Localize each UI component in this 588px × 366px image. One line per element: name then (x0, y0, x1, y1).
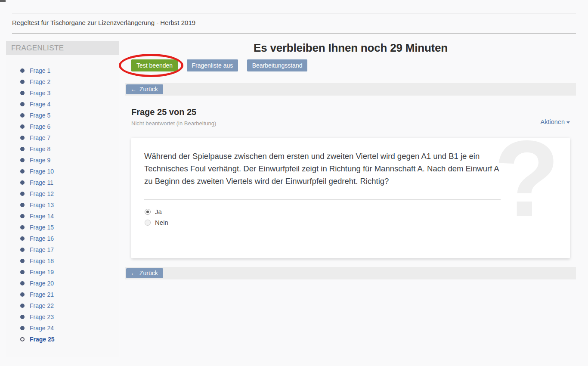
question-link[interactable]: Frage 19 (30, 269, 54, 276)
test-toolbar: Test beenden Fragenliste aus Bearbeitung… (131, 59, 314, 71)
open-bullet-icon (20, 337, 25, 341)
header-divider-bottom (12, 33, 576, 34)
finish-test-button[interactable]: Test beenden (131, 59, 178, 71)
filled-bullet-icon (20, 203, 25, 207)
filled-bullet-icon (20, 147, 25, 151)
sidebar-item-frage-8: Frage 8 (20, 143, 119, 155)
question-list: Frage 1Frage 2Frage 3Frage 4Frage 5Frage… (6, 55, 119, 345)
sidebar-item-frage-19: Frage 19 (20, 267, 119, 278)
answer-options: JaNein (145, 206, 168, 228)
sidebar-item-frage-14: Frage 14 (20, 211, 119, 222)
question-link[interactable]: Frage 22 (30, 302, 54, 309)
answer-option-nein[interactable]: Nein (145, 217, 168, 228)
progress-status-button[interactable]: Bearbeitungsstand (247, 59, 308, 71)
question-card: ? Während der Spielpause zwischen dem er… (131, 138, 570, 258)
filled-bullet-icon (20, 270, 25, 274)
caret-down-icon (566, 121, 570, 124)
sidebar-item-frage-17: Frage 17 (20, 244, 119, 255)
question-link[interactable]: Frage 9 (30, 157, 50, 164)
filled-bullet-icon (20, 136, 25, 140)
time-remaining-heading: Es verbleiben Ihnen noch 29 Minuten (125, 41, 576, 55)
filled-bullet-icon (20, 248, 25, 252)
question-link[interactable]: Frage 15 (30, 224, 54, 231)
sidebar-item-frage-16: Frage 16 (20, 233, 119, 244)
sidebar-item-frage-21: Frage 21 (20, 289, 119, 300)
filled-bullet-icon (20, 214, 25, 218)
question-link[interactable]: Frage 23 (30, 313, 54, 320)
filled-bullet-icon (20, 259, 25, 263)
filled-bullet-icon (20, 169, 25, 174)
question-link[interactable]: Frage 13 (30, 202, 54, 208)
filled-bullet-icon (20, 68, 25, 73)
filled-bullet-icon (20, 281, 25, 285)
question-link[interactable]: Frage 14 (30, 213, 54, 220)
sidebar-item-frage-11: Frage 11 (20, 177, 119, 188)
question-number-heading: Frage 25 von 25 (131, 107, 570, 117)
header-divider-top (12, 13, 576, 13)
question-link[interactable]: Frage 4 (30, 101, 50, 108)
question-link[interactable]: Frage 10 (30, 168, 54, 175)
question-link[interactable]: Frage 25 (30, 336, 55, 343)
back-button-label: Zurück (139, 270, 158, 276)
top-left-mark (0, 0, 6, 2)
filled-bullet-icon (20, 292, 25, 297)
radio-unselected-icon[interactable] (145, 220, 151, 226)
filled-bullet-icon (20, 91, 25, 95)
option-label: Ja (155, 208, 162, 215)
sidebar-item-frage-18: Frage 18 (20, 255, 119, 267)
sidebar-item-frage-4: Frage 4 (20, 99, 119, 110)
back-button-bottom[interactable]: ←Zurück (126, 268, 163, 278)
question-link[interactable]: Frage 24 (30, 325, 54, 332)
sidebar-item-frage-25: Frage 25 (20, 334, 119, 345)
filled-bullet-icon (20, 304, 25, 308)
question-link[interactable]: Frage 3 (30, 90, 50, 96)
left-arrow-icon: ← (130, 86, 136, 93)
question-link[interactable]: Frage 21 (30, 291, 54, 298)
sidebar-item-frage-6: Frage 6 (20, 121, 119, 132)
sidebar-item-frage-22: Frage 22 (20, 300, 119, 311)
filled-bullet-icon (20, 225, 25, 230)
question-link[interactable]: Frage 18 (30, 257, 54, 264)
toggle-question-list-button[interactable]: Fragenliste aus (187, 59, 238, 71)
filled-bullet-icon (20, 192, 25, 196)
sidebar-header: FRAGENLISTE (6, 41, 119, 55)
filled-bullet-icon (20, 326, 25, 330)
sidebar-item-frage-7: Frage 7 (20, 132, 119, 143)
question-list-sidebar: FRAGENLISTE Frage 1Frage 2Frage 3Frage 4… (6, 41, 119, 357)
filled-bullet-icon (20, 315, 25, 319)
question-link[interactable]: Frage 5 (30, 112, 50, 119)
sidebar-item-frage-3: Frage 3 (20, 87, 119, 99)
question-link[interactable]: Frage 17 (30, 246, 54, 253)
filled-bullet-icon (20, 102, 25, 106)
sidebar-item-frage-24: Frage 24 (20, 323, 119, 334)
question-link[interactable]: Frage 16 (30, 235, 54, 242)
main-content: Es verbleiben Ihnen noch 29 Minuten Test… (125, 37, 576, 366)
filled-bullet-icon (20, 124, 25, 129)
exam-page: Regeltest für Tischorgane zur Lizenzverl… (0, 0, 588, 366)
question-link[interactable]: Frage 8 (30, 146, 50, 152)
radio-selected-icon[interactable] (145, 209, 151, 215)
sidebar-item-frage-2: Frage 2 (20, 76, 119, 87)
filled-bullet-icon (20, 158, 25, 162)
question-link[interactable]: Frage 7 (30, 134, 50, 141)
sidebar-item-frage-13: Frage 13 (20, 199, 119, 211)
question-link[interactable]: Frage 11 (30, 179, 53, 186)
page-title: Regeltest für Tischorgane zur Lizenzverl… (12, 19, 195, 26)
answer-option-ja[interactable]: Ja (145, 206, 168, 217)
sidebar-item-frage-1: Frage 1 (20, 65, 119, 76)
question-link[interactable]: Frage 6 (30, 123, 50, 130)
sidebar-item-frage-15: Frage 15 (20, 222, 119, 233)
option-label: Nein (155, 219, 168, 226)
sidebar-item-frage-10: Frage 10 (20, 166, 119, 177)
sidebar-item-frage-20: Frage 20 (20, 278, 119, 289)
back-button-top[interactable]: ←Zurück (126, 84, 163, 94)
top-nav-bar: ←Zurück (125, 83, 576, 96)
question-link[interactable]: Frage 2 (30, 78, 50, 85)
question-link[interactable]: Frage 20 (30, 280, 54, 287)
question-link[interactable]: Frage 1 (30, 67, 50, 74)
question-link[interactable]: Frage 12 (30, 190, 54, 197)
question-divider (144, 199, 501, 200)
sidebar-item-frage-5: Frage 5 (20, 110, 119, 121)
left-arrow-icon: ← (130, 270, 136, 276)
filled-bullet-icon (20, 236, 25, 241)
